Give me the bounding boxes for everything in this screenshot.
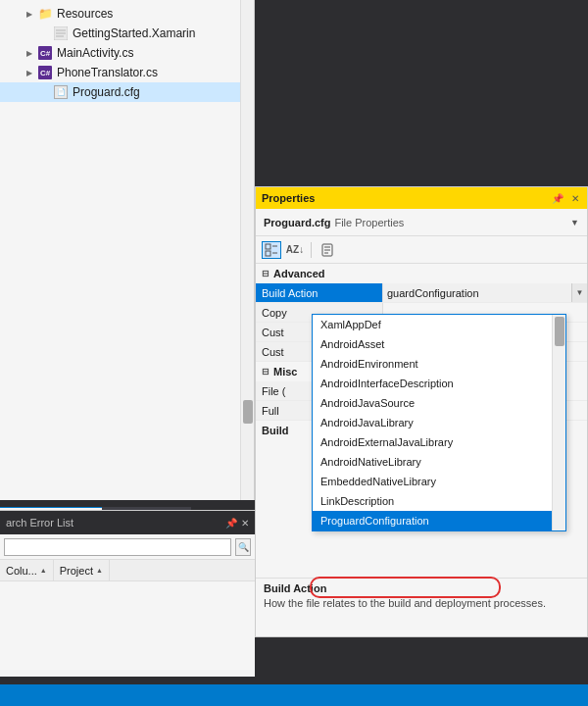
error-list-header: Colu... ▲ Project ▲ <box>0 560 255 581</box>
error-col-project[interactable]: Project ▲ <box>54 560 110 580</box>
properties-title: Properties <box>262 192 315 204</box>
properties-filetype: File Properties <box>334 217 404 228</box>
tree-arrow-proguard <box>39 86 51 98</box>
error-col-column[interactable]: Colu... ▲ <box>0 560 54 580</box>
properties-filename: Proguard.cfg <box>264 217 330 228</box>
col-sort-arrow-1: ▲ <box>96 567 103 574</box>
dropdown-item-embeddednativelibrary[interactable]: EmbeddedNativeLibrary <box>313 472 565 491</box>
solution-explorer-panel: ▶ 📁 Resources GettingStarted.Xamarin ▶ C… <box>0 0 255 500</box>
cs-icon-mainactivity: C# <box>37 45 53 61</box>
dropdown-item-xamlappdef[interactable]: XamlAppDef <box>313 315 565 334</box>
prop-desc-text: How the file relates to the build and de… <box>264 596 579 611</box>
dropdown-item-linkdescription[interactable]: LinkDescription <box>313 491 565 511</box>
properties-file-header: Proguard.cfg File Properties ▼ <box>256 209 587 236</box>
error-list-titlebar: arch Error List 📌 ✕ <box>0 511 255 534</box>
dropdown-item-proguardconfiguration[interactable]: ProguardConfiguration <box>313 511 565 530</box>
pin-icon[interactable]: 📌 <box>550 192 565 205</box>
folder-icon-resources: 📁 <box>37 6 53 22</box>
file-icon-gettingstarted <box>53 25 69 41</box>
tree-item-mainactivity[interactable]: ▶ C# MainActivity.cs <box>0 43 254 63</box>
header-dropdown-arrow[interactable]: ▼ <box>570 218 579 227</box>
cfg-icon-proguard: 📄 <box>53 84 69 100</box>
scrollbar-thumb <box>243 400 253 424</box>
dropdown-item-androidinterfacedesc[interactable]: AndroidInterfaceDescription <box>313 374 565 393</box>
build-action-dropdown[interactable]: XamlAppDef AndroidAsset AndroidEnvironme… <box>312 314 566 531</box>
error-close-icon[interactable]: ✕ <box>241 518 249 529</box>
tree-item-phonetranslator[interactable]: ▶ C# PhoneTranslator.cs <box>0 63 254 82</box>
dropdown-item-androidjavalibrary[interactable]: AndroidJavaLibrary <box>313 413 565 432</box>
collapse-misc-icon: ⊟ <box>262 367 270 377</box>
svg-rect-4 <box>266 244 270 249</box>
toolbar-separator <box>311 242 312 258</box>
close-icon[interactable]: ✕ <box>569 192 581 205</box>
section-advanced[interactable]: ⊟ Advanced <box>256 264 587 283</box>
taskbar <box>0 684 588 706</box>
dropdown-item-androidenvironment[interactable]: AndroidEnvironment <box>313 354 565 374</box>
dropdown-item-androidjavasource[interactable]: AndroidJavaSource <box>313 393 565 413</box>
prop-name-build-action: Build Action <box>256 283 383 302</box>
dropdown-item-androidasset[interactable]: AndroidAsset <box>313 334 565 354</box>
col-sort-arrow-0: ▲ <box>40 567 47 574</box>
property-pages-button[interactable] <box>318 241 337 259</box>
prop-desc-title: Build Action <box>264 582 579 594</box>
error-titlebar-icons: 📌 ✕ <box>225 518 249 529</box>
tree-arrow-gettingstarted <box>39 27 51 39</box>
tree-label-mainactivity: MainActivity.cs <box>57 46 133 60</box>
collapse-advanced-icon: ⊟ <box>262 269 270 278</box>
properties-titlebar: Properties 📌 ✕ <box>256 187 587 209</box>
section-misc-label: Misc <box>273 366 297 378</box>
tree-label-resources: Resources <box>57 7 113 21</box>
alphabetical-view-button[interactable]: AZ↓ <box>285 241 305 259</box>
tree-label-gettingstarted: GettingStarted.Xamarin <box>73 26 195 40</box>
cs-icon-phonetranslator: C# <box>37 65 53 80</box>
tree-item-resources[interactable]: ▶ 📁 Resources <box>0 4 254 24</box>
error-list-title: arch Error List <box>6 517 221 529</box>
prop-value-build-action[interactable]: guardConfiguration ▼ <box>383 283 587 302</box>
error-list-toolbar: 🔍 <box>0 534 255 560</box>
dropdown-item-androidexternaljavalibrary[interactable]: AndroidExternalJavaLibrary <box>313 432 565 452</box>
prop-row-build-action[interactable]: Build Action guardConfiguration ▼ <box>256 283 587 303</box>
tree-item-gettingstarted[interactable]: GettingStarted.Xamarin <box>0 24 254 43</box>
prop-description: Build Action How the file relates to the… <box>256 578 587 636</box>
properties-toolbar: AZ↓ <box>256 236 587 264</box>
titlebar-icons: 📌 ✕ <box>550 192 581 205</box>
dropdown-scrollbar[interactable] <box>552 315 565 530</box>
tree-label-proguard: Proguard.cfg <box>73 85 140 99</box>
build-action-dropdown-btn[interactable]: ▼ <box>571 283 587 302</box>
categorized-view-button[interactable] <box>262 241 281 259</box>
solution-explorer-scrollbar[interactable] <box>240 0 254 500</box>
tree-item-proguard[interactable]: 📄 Proguard.cfg <box>0 82 254 102</box>
file-tree: ▶ 📁 Resources GettingStarted.Xamarin ▶ C… <box>0 0 254 106</box>
dropdown-scrollbar-thumb <box>555 317 564 346</box>
tree-arrow-resources: ▶ <box>24 8 35 20</box>
error-search-button[interactable]: 🔍 <box>235 538 251 556</box>
dropdown-item-androidnativelibrary[interactable]: AndroidNativeLibrary <box>313 452 565 472</box>
tree-label-phonetranslator: PhoneTranslator.cs <box>57 66 158 79</box>
error-pin-icon[interactable]: 📌 <box>225 518 237 529</box>
tree-arrow-mainactivity: ▶ <box>24 47 35 59</box>
error-search-input[interactable] <box>4 538 231 556</box>
tree-arrow-phonetranslator: ▶ <box>24 67 35 78</box>
section-advanced-label: Advanced <box>273 268 325 279</box>
error-list-panel: arch Error List 📌 ✕ 🔍 Colu... ▲ Project … <box>0 510 255 677</box>
svg-rect-5 <box>266 251 270 256</box>
